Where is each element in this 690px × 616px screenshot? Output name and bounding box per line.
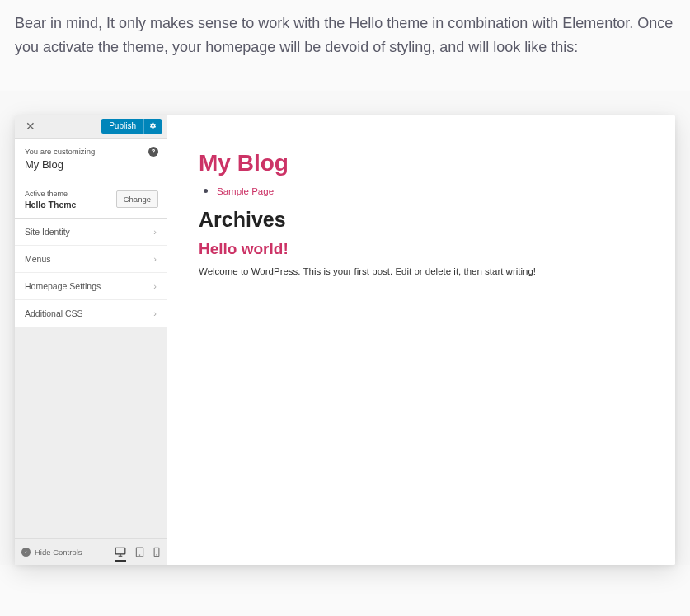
- help-icon[interactable]: ?: [148, 147, 158, 157]
- svg-rect-0: [115, 548, 125, 554]
- menu-homepage-settings[interactable]: Homepage Settings ›: [15, 273, 167, 300]
- sidebar-topbar: ✕ Publish: [15, 115, 167, 139]
- site-title-link[interactable]: My Blog: [199, 150, 644, 176]
- menu-additional-css[interactable]: Additional CSS ›: [15, 300, 167, 327]
- device-preview-switcher: [115, 547, 160, 557]
- active-theme-name: Hello Theme: [25, 200, 76, 209]
- post-excerpt: Welcome to WordPress. This is your first…: [199, 266, 644, 276]
- hide-controls-button[interactable]: ‹ Hide Controls: [21, 548, 82, 557]
- chevron-right-icon: ›: [153, 254, 157, 264]
- chevron-right-icon: ›: [153, 281, 157, 291]
- theme-meta: Active theme Hello Theme: [25, 190, 76, 209]
- menu-label: Additional CSS: [25, 308, 83, 318]
- preview-pane: My Blog Sample Page Archives Hello world…: [167, 115, 675, 565]
- menu-label: Site Identity: [25, 227, 70, 237]
- close-icon[interactable]: ✕: [21, 117, 40, 135]
- menu-menus[interactable]: Menus ›: [15, 246, 167, 273]
- customizer-window: ✕ Publish You are customizing My Blog ? …: [15, 115, 675, 565]
- screenshot-container: ✕ Publish You are customizing My Blog ? …: [0, 91, 690, 565]
- post-title-link[interactable]: Hello world!: [199, 240, 644, 258]
- sidebar-spacer: [15, 327, 167, 538]
- tablet-preview-icon[interactable]: [135, 547, 144, 557]
- publish-group: Publish: [101, 119, 162, 134]
- collapse-left-icon: ‹: [21, 548, 31, 557]
- customizing-site-name: My Blog: [25, 158, 157, 171]
- chevron-right-icon: ›: [153, 308, 157, 318]
- sidebar-footer: ‹ Hide Controls: [15, 538, 167, 565]
- desktop-preview-icon[interactable]: [115, 547, 126, 562]
- customizing-label: You are customizing: [25, 147, 157, 156]
- menu-label: Homepage Settings: [25, 281, 101, 291]
- active-theme-row: Active theme Hello Theme Change: [15, 181, 167, 219]
- archives-heading: Archives: [199, 208, 644, 232]
- customizing-panel: You are customizing My Blog ?: [15, 139, 167, 181]
- menu-site-identity[interactable]: Site Identity ›: [15, 219, 167, 246]
- change-theme-button[interactable]: Change: [116, 190, 158, 208]
- nav-item: Sample Page: [217, 183, 644, 198]
- nav-sample-page-link[interactable]: Sample Page: [217, 186, 274, 196]
- gear-icon[interactable]: [143, 119, 162, 134]
- active-theme-label: Active theme: [25, 190, 76, 198]
- intro-paragraph: Bear in mind, It only makes sense to wor…: [0, 0, 690, 59]
- menu-label: Menus: [25, 254, 51, 264]
- mobile-preview-icon[interactable]: [153, 547, 160, 557]
- publish-button[interactable]: Publish: [101, 119, 143, 134]
- hide-controls-label: Hide Controls: [35, 548, 82, 557]
- chevron-right-icon: ›: [153, 227, 157, 237]
- site-nav: Sample Page: [217, 183, 644, 198]
- customizer-sidebar: ✕ Publish You are customizing My Blog ? …: [15, 115, 167, 565]
- customizer-menu: Site Identity › Menus › Homepage Setting…: [15, 219, 167, 327]
